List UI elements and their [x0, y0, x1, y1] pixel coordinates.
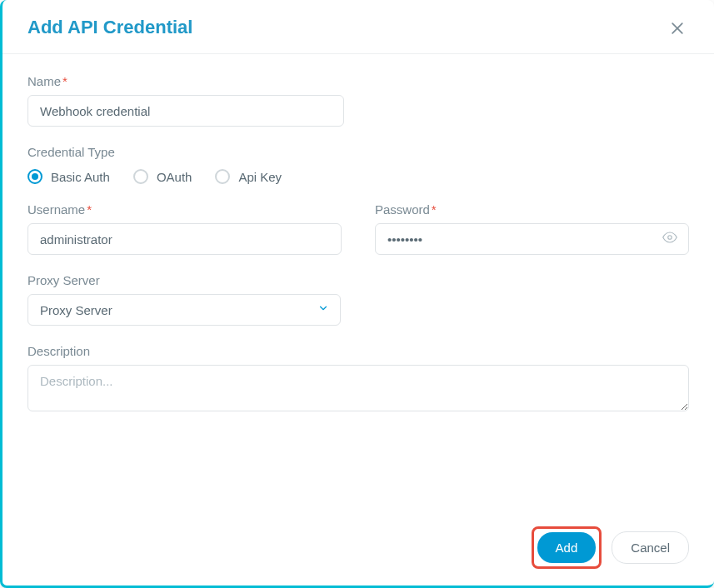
- description-label: Description: [27, 344, 689, 358]
- radio-label: Basic Auth: [51, 170, 110, 184]
- modal-header: Add API Credential: [2, 0, 714, 54]
- show-password-button[interactable]: [662, 230, 677, 248]
- password-label: Password*: [375, 202, 689, 217]
- proxy-server-label: Proxy Server: [27, 273, 344, 287]
- close-button[interactable]: [666, 17, 689, 40]
- name-input[interactable]: [27, 95, 344, 127]
- add-button-highlight: Add: [532, 526, 602, 569]
- close-icon: [669, 20, 686, 37]
- required-indicator: *: [62, 74, 67, 88]
- username-label: Username*: [27, 202, 342, 217]
- cancel-button[interactable]: Cancel: [612, 531, 689, 564]
- modal-title: Add API Credential: [27, 17, 192, 38]
- modal-body: Name* Credential Type Basic Auth OAuth: [2, 54, 714, 513]
- proxy-server-field-group: Proxy Server Proxy Server: [27, 273, 344, 326]
- name-label: Name*: [27, 74, 344, 88]
- radio-indicator: [215, 169, 230, 184]
- svg-point-2: [668, 236, 672, 240]
- description-textarea[interactable]: [27, 365, 689, 411]
- credential-type-group: Credential Type Basic Auth OAuth Api Key: [27, 145, 689, 184]
- proxy-server-select[interactable]: Proxy Server: [27, 294, 341, 326]
- radio-api-key[interactable]: Api Key: [215, 169, 282, 184]
- radio-indicator: [133, 169, 148, 184]
- radio-label: OAuth: [157, 170, 192, 184]
- username-input[interactable]: [27, 223, 342, 255]
- password-field-group: Password*: [375, 202, 689, 255]
- radio-oauth[interactable]: OAuth: [133, 169, 192, 184]
- add-api-credential-modal: Add API Credential Name* Credential Type: [0, 0, 714, 588]
- name-field-group: Name*: [27, 74, 344, 127]
- username-field-group: Username*: [27, 202, 342, 255]
- password-input[interactable]: [375, 223, 689, 255]
- credential-type-label: Credential Type: [27, 145, 689, 159]
- eye-icon: [662, 230, 677, 245]
- required-indicator: *: [87, 202, 92, 217]
- radio-indicator: [27, 169, 42, 184]
- credential-type-radio-group: Basic Auth OAuth Api Key: [27, 169, 689, 184]
- description-field-group: Description: [27, 344, 689, 411]
- radio-label: Api Key: [238, 170, 282, 184]
- required-indicator: *: [432, 202, 437, 217]
- radio-basic-auth[interactable]: Basic Auth: [27, 169, 110, 184]
- modal-footer: Add Cancel: [2, 513, 714, 586]
- add-button[interactable]: Add: [537, 532, 597, 563]
